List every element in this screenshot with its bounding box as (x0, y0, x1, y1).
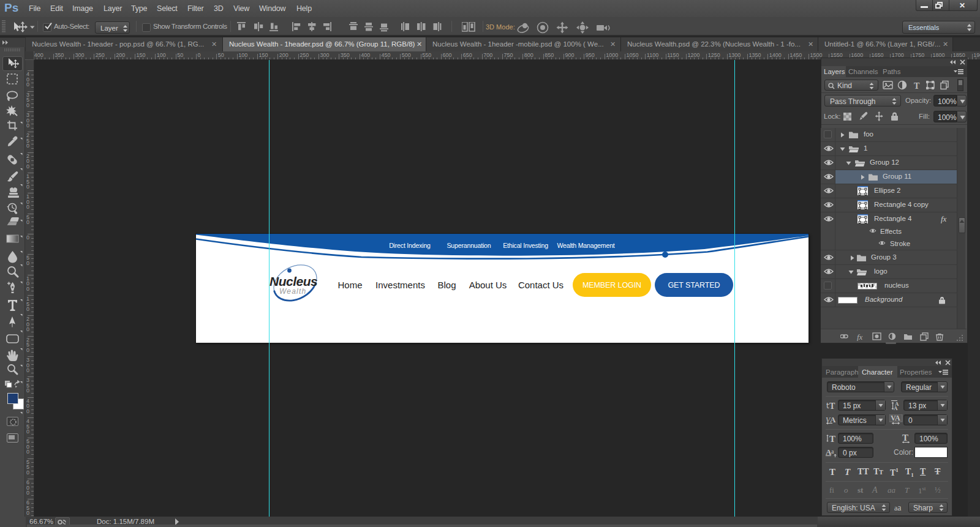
svg-text:Direct Indexing: Direct Indexing (389, 242, 431, 249)
svg-text:Wealth Management: Wealth Management (557, 242, 614, 249)
svg-text:fx: fx (857, 332, 863, 341)
svg-text:MEMBER LOGIN: MEMBER LOGIN (582, 281, 641, 290)
svg-text:a: a (831, 448, 834, 455)
svg-text:T: T (829, 402, 835, 409)
svg-text:A: A (830, 415, 836, 424)
svg-text:Investments: Investments (375, 280, 425, 290)
svg-text:Wealth: Wealth (279, 287, 306, 296)
svg-text:About Us: About Us (469, 280, 507, 290)
svg-text:VA: VA (891, 414, 900, 422)
svg-text:Blog: Blog (437, 280, 456, 290)
svg-text:Home: Home (337, 280, 362, 290)
svg-text:T: T (829, 434, 835, 443)
svg-text:Contact Us: Contact Us (518, 280, 564, 290)
svg-text:GET STARTED: GET STARTED (668, 281, 720, 290)
svg-text:T: T (902, 433, 908, 443)
svg-text:Superannuation: Superannuation (447, 242, 491, 249)
svg-text:Ethical Investing: Ethical Investing (503, 242, 548, 249)
svg-text:A: A (894, 405, 898, 411)
svg-text:T: T (914, 81, 920, 91)
